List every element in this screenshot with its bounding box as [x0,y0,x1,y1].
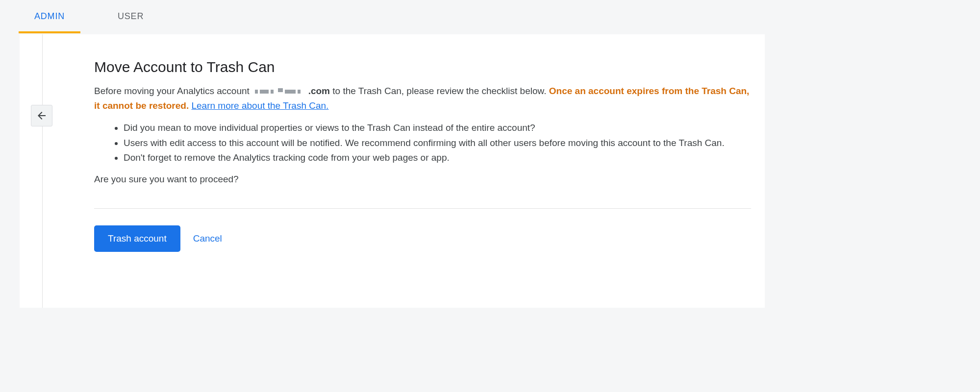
panel: Move Account to Trash Can Before moving … [20,34,765,308]
page-title: Move Account to Trash Can [94,59,751,75]
checklist-item: Users with edit access to this account w… [124,136,751,150]
action-row: Trash account Cancel [94,225,751,252]
tab-admin[interactable]: ADMIN [20,1,79,33]
intro-text: Before moving your Analytics account .co… [94,84,751,112]
cancel-button[interactable]: Cancel [193,233,222,244]
checklist: Did you mean to move individual properti… [94,121,751,165]
tab-bar: ADMIN USER [0,0,765,34]
intro-before: Before moving your Analytics account [94,86,252,96]
checklist-item: Did you mean to move individual properti… [124,121,751,135]
separator [94,208,751,209]
side-rail [42,34,67,308]
tab-user[interactable]: USER [103,1,158,33]
intro-domain-suffix: .com [308,86,330,96]
arrow-left-icon [36,110,48,122]
intro-after: to the Trash Can, please review the chec… [332,86,549,96]
confirm-question: Are you sure you want to proceed? [94,174,751,185]
trash-account-button[interactable]: Trash account [94,225,180,252]
learn-more-link[interactable]: Learn more about the Trash Can. [191,100,328,111]
checklist-item: Don't forget to remove the Analytics tra… [124,151,751,165]
redacted-account-name [255,84,302,98]
back-button[interactable] [31,105,52,126]
content: Move Account to Trash Can Before moving … [67,34,763,308]
